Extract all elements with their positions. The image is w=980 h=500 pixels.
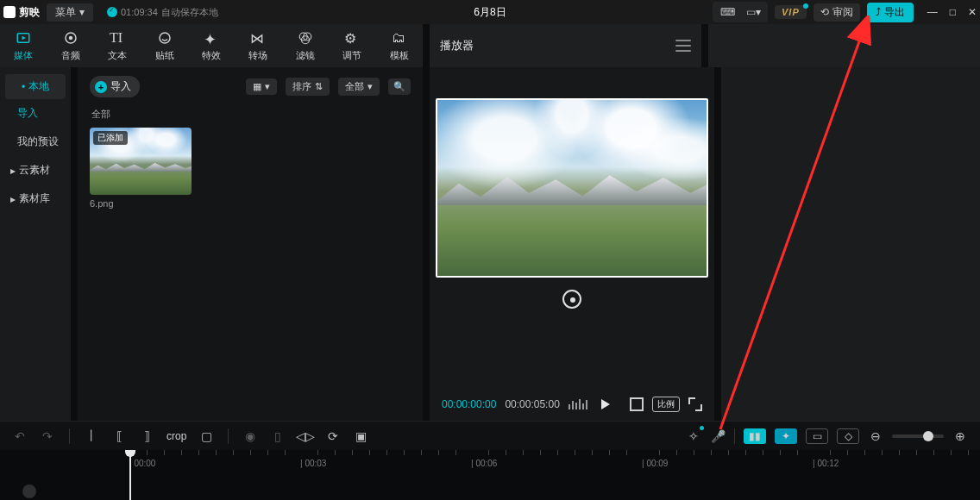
undo-button[interactable]: ↶ <box>12 428 28 444</box>
sidebar-item-label: 我的预设 <box>17 134 59 149</box>
time-label: | 00:09 <box>642 459 668 468</box>
chevron-down-icon: ▾ <box>265 81 270 92</box>
audio-icon <box>63 30 79 46</box>
sidebar-item-cloud[interactable]: ▸ 云素材 <box>0 156 71 184</box>
track-toggle-1[interactable]: ▮▮ <box>744 428 766 444</box>
add-track-button[interactable] <box>22 484 36 498</box>
maximize-button[interactable]: □ <box>950 6 956 18</box>
plus-icon: + <box>95 81 107 93</box>
svg-point-4 <box>160 33 170 43</box>
track-toggle-4[interactable]: ◇ <box>837 428 859 444</box>
titlebar-right: ⌨ ▭▾ VIP ⟲ 审阅 ⤴ 导出 — □ ✕ <box>713 2 977 22</box>
tab-filter[interactable]: 滤镜 <box>282 24 329 67</box>
tab-media[interactable]: 媒体 <box>0 24 47 67</box>
play-button[interactable] <box>601 399 610 409</box>
asset-name: 6.png <box>90 198 192 209</box>
tab-label: 调节 <box>342 49 361 62</box>
playhead[interactable] <box>129 450 131 500</box>
autosave-status: 01:09:34 自动保存本地 <box>107 6 218 19</box>
close-button[interactable]: ✕ <box>968 6 977 18</box>
split-button[interactable]: 丨 <box>84 428 99 444</box>
track-toggle-3[interactable]: ▭ <box>806 428 828 444</box>
main-area: • 本地 导入 我的预设 ▸ 云素材 ▸ 素材库 + 导入 ▦▾ 排序 ⇅ 全部… <box>0 67 980 421</box>
export-button[interactable]: ⤴ 导出 <box>867 3 914 22</box>
tab-audio[interactable]: 音频 <box>47 24 93 67</box>
tab-label: 特效 <box>202 49 221 62</box>
zoom-slider[interactable] <box>892 434 944 438</box>
layout-icon[interactable]: ▭▾ <box>742 3 764 21</box>
asset-thumbnail[interactable]: 已添加 <box>90 128 192 195</box>
filter-button[interactable]: 全部 ▾ <box>338 78 380 96</box>
tab-adjust[interactable]: ⚙ 调节 <box>329 24 375 67</box>
tab-sticker[interactable]: 贴纸 <box>141 24 187 67</box>
record-button[interactable]: ◉ <box>242 428 258 444</box>
redo-button[interactable]: ↷ <box>40 428 55 444</box>
vip-badge[interactable]: VIP <box>775 5 807 19</box>
caret-right-icon: ▸ <box>10 193 16 205</box>
tab-fx[interactable]: ✦ 特效 <box>188 24 235 67</box>
autosave-text: 自动保存本地 <box>161 6 218 19</box>
adjust-icon: ⚙ <box>344 30 360 46</box>
autosave-time: 01:09:34 <box>121 7 158 17</box>
sort-button[interactable]: 排序 ⇅ <box>286 78 330 96</box>
sidebar-item-presets[interactable]: 我的预设 <box>0 128 71 156</box>
time-label: | 00:00 <box>129 459 155 468</box>
tab-transition[interactable]: ⋈ 转场 <box>235 24 281 67</box>
filter-icon <box>298 30 313 46</box>
player-panel: 00:00:00:00 00:00:05:00 比例 <box>430 67 714 421</box>
review-button[interactable]: ⟲ 审阅 <box>814 3 860 22</box>
current-time: 00:00:00:00 <box>442 398 496 410</box>
minimize-button[interactable]: — <box>927 6 938 18</box>
freeze-button[interactable]: ▯ <box>270 428 286 444</box>
import-button[interactable]: + 导入 <box>90 76 140 97</box>
rotate-handle[interactable] <box>562 290 581 309</box>
delete-button[interactable]: ▢ <box>198 428 214 444</box>
rotate-button[interactable]: ⟳ <box>325 428 341 444</box>
zoom-out-button[interactable]: ⊖ <box>868 428 883 444</box>
crop-button[interactable]: ▣ <box>353 428 368 444</box>
template-icon: 🗂 <box>392 30 407 46</box>
document-title: 6月8日 <box>474 5 506 20</box>
trim-right-button[interactable]: ⟧ <box>139 428 154 444</box>
mic-button[interactable]: 🎤 <box>710 428 726 444</box>
player-menu-icon[interactable] <box>675 40 691 52</box>
ribbon-tabs: 媒体 音频 TI 文本 贴纸 ✦ 特效 ⋈ 转场 滤镜 ⚙ 调节 <box>0 24 423 67</box>
ratio-button[interactable]: 比例 <box>652 397 680 412</box>
filter-label: 全部 <box>345 80 364 93</box>
search-button[interactable]: 🔍 <box>388 78 411 95</box>
trim-left-button[interactable]: ⟦ <box>111 428 127 444</box>
window-controls: — □ ✕ <box>927 6 977 18</box>
magic-button[interactable]: ✧ <box>686 428 701 444</box>
tab-text[interactable]: TI 文本 <box>94 24 141 67</box>
time-ruler[interactable]: | 00:00| 00:03| 00:06| 00:09| 00:12 <box>0 450 980 467</box>
tab-template[interactable]: 🗂 模板 <box>376 24 423 67</box>
sidebar-item-label: 本地 <box>28 79 49 94</box>
tab-label: 文本 <box>108 49 127 62</box>
sidebar-item-import[interactable]: 导入 <box>0 99 71 128</box>
audio-levels-icon[interactable] <box>569 399 587 409</box>
asset-item[interactable]: 已添加 6.png <box>90 128 192 209</box>
timeline[interactable]: | 00:00| 00:03| 00:06| 00:09| 00:12 <box>0 450 980 500</box>
menu-button[interactable]: 菜单 ▾ <box>47 3 93 22</box>
divider <box>228 428 229 444</box>
sidebar-item-local[interactable]: • 本地 <box>5 74 66 99</box>
keyboard-icon[interactable]: ⌨ <box>716 3 738 21</box>
history-group: ↶ ↷ <box>12 428 55 444</box>
frame-focus-icon[interactable] <box>630 397 644 411</box>
zoom-knob[interactable] <box>923 431 933 441</box>
zoom-in-button[interactable]: ⊕ <box>952 428 968 444</box>
sort-label: 排序 <box>292 80 311 93</box>
sidebar-item-label: 素材库 <box>19 191 50 206</box>
preview-canvas[interactable] <box>436 98 708 278</box>
time-label: | 00:03 <box>300 459 326 468</box>
mirror-button[interactable]: ◁▷ <box>298 428 313 444</box>
tab-label: 模板 <box>390 49 409 62</box>
sidebar-item-library[interactable]: ▸ 素材库 <box>0 184 71 213</box>
view-mode-button[interactable]: ▦▾ <box>246 78 277 95</box>
timeline-toolbar: ↶ ↷ 丨 ⟦ ⟧crop ▢ ◉ ▯ ◁▷ ⟳ ▣ ✧ 🎤 ▮▮ ✦ ▭ ◇ … <box>0 421 980 450</box>
fullscreen-button[interactable] <box>688 397 702 411</box>
ribbon-row: 媒体 音频 TI 文本 贴纸 ✦ 特效 ⋈ 转场 滤镜 ⚙ 调节 <box>0 24 980 67</box>
track-toggle-2[interactable]: ✦ <box>775 428 797 444</box>
caret-right-icon: ▸ <box>10 165 16 177</box>
filter-icon: ▾ <box>368 81 373 92</box>
